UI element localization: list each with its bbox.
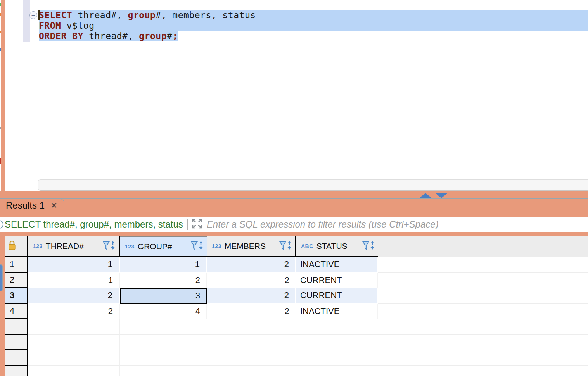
column-type-icon: 123: [33, 243, 43, 249]
row-number-cell[interactable]: 4: [5, 304, 28, 319]
row-filler: [378, 288, 588, 304]
filter-sort-icon[interactable]: [190, 240, 204, 253]
grid-cell[interactable]: 2: [207, 273, 296, 288]
grid-cell-empty[interactable]: [120, 366, 207, 376]
active-query-text: SELECT thread#, group#, members, status: [5, 219, 183, 230]
column-name: STATUS: [316, 241, 348, 251]
row-number-cell-empty[interactable]: [5, 335, 28, 350]
grid-cell-empty[interactable]: [120, 335, 207, 350]
filter-sort-icon[interactable]: [102, 240, 116, 253]
editor-horizontal-scrollbar[interactable]: [38, 179, 588, 191]
row-filler: [378, 273, 588, 288]
selection-highlight: ORDER BY thread#, group#;: [39, 31, 178, 41]
left-panel-edge: [1, 0, 5, 191]
maximize-panel-icon[interactable]: [419, 193, 432, 198]
row-number-cell-empty[interactable]: [5, 350, 28, 366]
empty-row: [5, 366, 588, 376]
grid-header-row: 123THREAD#123GROUP#123MEMBERSABCSTATUS: [5, 236, 588, 257]
tab-bottom-line: [64, 212, 588, 212]
column-type-icon: ABC: [301, 243, 313, 249]
row-number-cell[interactable]: 3: [5, 288, 28, 304]
filter-sort-icon[interactable]: [279, 240, 293, 253]
grid-cell-empty[interactable]: [296, 335, 378, 350]
ruler-mark: [0, 127, 1, 129]
panel-divider[interactable]: [0, 191, 588, 198]
row-number-cell[interactable]: 1: [5, 257, 28, 273]
grid-cell[interactable]: 3: [120, 288, 207, 304]
grid-cell-empty[interactable]: [207, 350, 296, 366]
close-icon[interactable]: ×: [51, 201, 57, 210]
column-name: THREAD#: [46, 241, 84, 251]
sql-keyword: FROM: [39, 21, 61, 31]
expand-filter-icon[interactable]: [190, 217, 204, 232]
filter-expression-input[interactable]: [207, 218, 588, 231]
grid-cell[interactable]: 1: [120, 257, 207, 273]
grid-cell-empty[interactable]: [28, 350, 120, 366]
editor-gutter-selection-highlight: [23, 0, 30, 42]
sql-keyword: ORDER BY: [39, 31, 83, 41]
column-header-group[interactable]: 123GROUP#: [120, 236, 207, 257]
grid-cell-empty[interactable]: [28, 366, 120, 376]
tab-label: Results 1: [6, 200, 45, 211]
grid-cell[interactable]: 2: [28, 304, 120, 319]
grid-cell[interactable]: INACTIVE: [296, 257, 378, 273]
sql-editor-pane[interactable]: – SELECT thread#, group#, members, statu…: [0, 0, 588, 191]
annotation-ruler: [0, 0, 1, 191]
row-number-cell-empty[interactable]: [5, 319, 28, 335]
row-filler: [378, 257, 588, 273]
grid-cell[interactable]: INACTIVE: [296, 304, 378, 319]
table-row: 1112INACTIVE: [5, 257, 588, 273]
grid-cell-empty[interactable]: [120, 319, 207, 335]
grid-cell[interactable]: 1: [28, 257, 120, 273]
left-scrollbar-fragment[interactable]: [0, 264, 3, 291]
grid-cell[interactable]: 2: [207, 304, 296, 319]
sql-text: #, members, status: [156, 10, 256, 20]
row-number-cell-empty[interactable]: [5, 366, 28, 376]
code-fold-collapse-icon[interactable]: –: [29, 11, 37, 19]
column-header-thread[interactable]: 123THREAD#: [28, 236, 120, 257]
ruler-mark: [0, 13, 1, 16]
column-header-status[interactable]: ABCSTATUS: [296, 236, 378, 257]
header-filler: [378, 236, 588, 257]
sql-keyword: ;: [172, 31, 178, 41]
selection-highlight: SELECT thread#, group#, members, status: [39, 10, 588, 21]
code-line[interactable]: ORDER BY thread#, group#;: [39, 31, 588, 41]
tab-results-1[interactable]: Results 1 ×: [0, 199, 64, 212]
grid-cell-empty[interactable]: [28, 319, 120, 335]
grid-cell[interactable]: 4: [120, 304, 207, 319]
grid-cell[interactable]: CURRENT: [296, 273, 378, 288]
grid-cell-empty[interactable]: [296, 350, 378, 366]
grid-cell[interactable]: 2: [207, 257, 296, 273]
ruler-mark: [0, 3, 1, 6]
filter-source-icon[interactable]: [0, 220, 3, 229]
grid-cell[interactable]: CURRENT: [296, 288, 378, 304]
sql-keyword: group: [139, 31, 167, 41]
grid-cell-empty[interactable]: [120, 350, 207, 366]
grid-cell[interactable]: 2: [28, 288, 120, 304]
ruler-mark: [0, 158, 1, 164]
code-line[interactable]: SELECT thread#, group#, members, status: [39, 10, 588, 21]
grid-cell[interactable]: 1: [28, 273, 120, 288]
grid-cell-empty[interactable]: [296, 319, 378, 335]
grid-cell-empty[interactable]: [296, 366, 378, 376]
row-filler: [378, 319, 588, 335]
grid-corner-select-all[interactable]: [5, 236, 28, 257]
code-line[interactable]: FROM v$log: [39, 21, 588, 31]
grid-cell-empty[interactable]: [207, 366, 296, 376]
filter-sort-icon[interactable]: [362, 240, 376, 253]
row-number-cell[interactable]: 2: [5, 273, 28, 288]
grid-cell-empty[interactable]: [28, 335, 120, 350]
sql-text: #: [167, 31, 172, 41]
row-filler: [378, 304, 588, 319]
grid-cell[interactable]: 2: [120, 273, 207, 288]
empty-row: [5, 335, 588, 350]
grid-cell-empty[interactable]: [207, 319, 296, 335]
column-header-members[interactable]: 123MEMBERS: [207, 236, 296, 257]
grid-cell-empty[interactable]: [207, 335, 296, 350]
grid-cell[interactable]: 2: [207, 288, 296, 304]
table-row: 3232CURRENT: [5, 288, 588, 304]
code-lines[interactable]: SELECT thread#, group#, members, statusF…: [39, 10, 588, 41]
minimize-panel-icon[interactable]: [435, 193, 448, 198]
text-caret: [38, 10, 40, 20]
results-tab-bar: Results 1 ×: [0, 198, 588, 217]
